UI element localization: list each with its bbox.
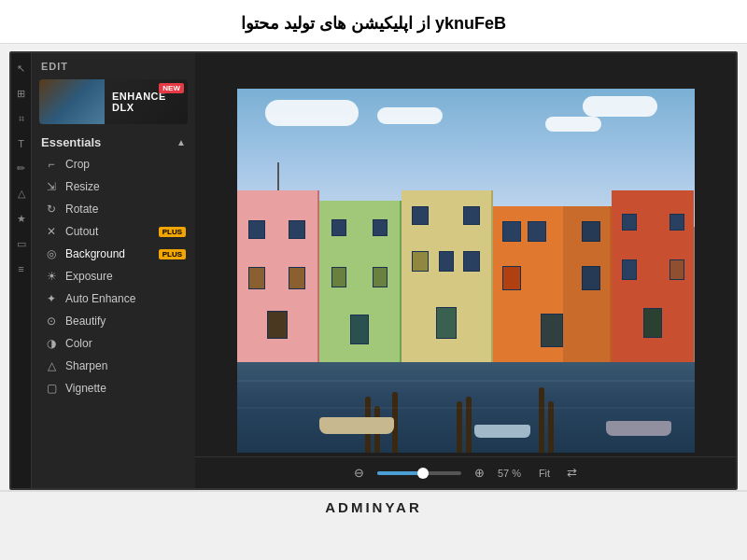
rotate-view-button[interactable]: ⇄ xyxy=(561,464,583,482)
building-yellow xyxy=(402,190,493,391)
resize-label: Resize xyxy=(65,180,100,193)
image-canvas[interactable] xyxy=(237,89,695,453)
tool-cursor-icon[interactable]: ↖ xyxy=(15,61,27,77)
tool-select-icon[interactable]: ⊞ xyxy=(15,86,27,102)
cloud3 xyxy=(583,96,657,117)
tool-sticker-icon[interactable]: ★ xyxy=(15,211,28,227)
tool-text-icon[interactable]: T xyxy=(16,136,26,151)
cutout-plus-badge: PLUS xyxy=(159,227,186,237)
tool-layers-icon[interactable]: ≡ xyxy=(16,261,25,276)
menu-item-vignette[interactable]: ▢ Vignette xyxy=(32,377,195,399)
sidebar: EDIT ENHANCE DLX New Essentials ▲ ⌐ Crop… xyxy=(32,53,195,488)
enhance-banner[interactable]: ENHANCE DLX New xyxy=(39,79,188,124)
crop-label: Crop xyxy=(65,158,90,171)
tool-brush-icon[interactable]: ✏ xyxy=(15,161,27,176)
footer-brand: ADMINYAR xyxy=(325,499,421,515)
cloud2 xyxy=(377,107,443,124)
cutout-icon: ✕ xyxy=(45,225,58,238)
header: BeFunky از اپلیکیشن های تولید محتوا xyxy=(0,0,747,44)
vignette-icon: ▢ xyxy=(45,382,58,395)
menu-item-color[interactable]: ◑ Color xyxy=(32,332,195,355)
tool-shape-icon[interactable]: △ xyxy=(16,186,27,202)
vignette-label: Vignette xyxy=(65,382,106,395)
auto-enhance-label: Auto Enhance xyxy=(65,292,135,305)
buildings xyxy=(237,190,695,391)
water xyxy=(237,362,695,454)
building-red xyxy=(612,190,694,386)
antenna xyxy=(277,162,279,190)
beautify-icon: ⊙ xyxy=(45,315,58,328)
bottom-toolbar: ⊖ ⊕ 57 % Fit ⇄ xyxy=(195,456,736,488)
menu-item-background[interactable]: ◎ Background PLUS xyxy=(32,243,195,265)
zoom-out-button[interactable]: ⊖ xyxy=(348,464,370,482)
cloud1 xyxy=(265,100,359,126)
menu-item-cutout[interactable]: ✕ Cutout PLUS xyxy=(32,220,195,243)
resize-icon: ⇲ xyxy=(45,180,58,193)
sharpen-icon: △ xyxy=(45,359,58,372)
edit-label: EDIT xyxy=(32,53,195,76)
menu-item-resize[interactable]: ⇲ Resize xyxy=(32,175,195,198)
rotate-icon: ↻ xyxy=(45,203,58,216)
menu-item-sharpen[interactable]: △ Sharpen xyxy=(32,355,195,377)
tool-frame-icon[interactable]: ▭ xyxy=(15,236,28,252)
canvas-area[interactable]: ⊖ ⊕ 57 % Fit ⇄ xyxy=(195,53,736,488)
zoom-thumb xyxy=(417,468,429,479)
chevron-up-icon: ▲ xyxy=(176,137,186,147)
background-label: Background xyxy=(65,247,125,260)
menu-item-exposure[interactable]: ☀ Exposure xyxy=(32,265,195,287)
zoom-in-button[interactable]: ⊕ xyxy=(469,464,490,482)
auto-enhance-icon: ✦ xyxy=(45,292,58,305)
color-label: Color xyxy=(65,337,92,350)
essentials-label: Essentials xyxy=(41,135,101,149)
cloud4 xyxy=(545,117,601,132)
rotate-label: Rotate xyxy=(65,203,98,216)
zoom-value: 57 % xyxy=(498,468,528,479)
enhance-banner-text: ENHANCE DLX xyxy=(105,91,188,113)
background-plus-badge: PLUS xyxy=(159,249,186,259)
building-pink xyxy=(237,190,319,391)
background-icon: ◎ xyxy=(45,247,58,260)
cutout-label: Cutout xyxy=(65,225,98,238)
menu-item-auto-enhance[interactable]: ✦ Auto Enhance xyxy=(32,287,195,310)
menu-item-crop[interactable]: ⌐ Crop xyxy=(32,153,195,175)
enhance-banner-image xyxy=(39,79,105,124)
fit-button[interactable]: Fit xyxy=(535,467,554,480)
menu-item-rotate[interactable]: ↻ Rotate xyxy=(32,198,195,220)
zoom-slider-container xyxy=(377,471,461,475)
footer: ADMINYAR xyxy=(0,490,747,524)
zoom-slider[interactable] xyxy=(377,471,461,475)
enhance-new-badge: New xyxy=(159,83,184,93)
header-title: BeFunky از اپلیکیشن های تولید محتوا xyxy=(241,14,506,33)
exposure-label: Exposure xyxy=(65,270,113,283)
crop-icon: ⌐ xyxy=(45,158,58,171)
menu-item-beautify[interactable]: ⊙ Beautify xyxy=(32,310,195,332)
icon-rail: ↖ ⊞ ⌗ T ✏ △ ★ ▭ ≡ xyxy=(11,53,32,488)
beautify-label: Beautify xyxy=(65,315,106,328)
sharpen-label: Sharpen xyxy=(65,359,107,372)
app-container: ↖ ⊞ ⌗ T ✏ △ ★ ▭ ≡ EDIT ENHANCE DLX New E… xyxy=(9,51,738,490)
color-icon: ◑ xyxy=(45,337,58,350)
zoom-track-fill xyxy=(377,471,424,475)
exposure-icon: ☀ xyxy=(45,270,58,283)
burano-image xyxy=(237,89,695,453)
tool-crop-icon[interactable]: ⌗ xyxy=(17,111,26,127)
essentials-section-header[interactable]: Essentials ▲ xyxy=(32,132,195,153)
